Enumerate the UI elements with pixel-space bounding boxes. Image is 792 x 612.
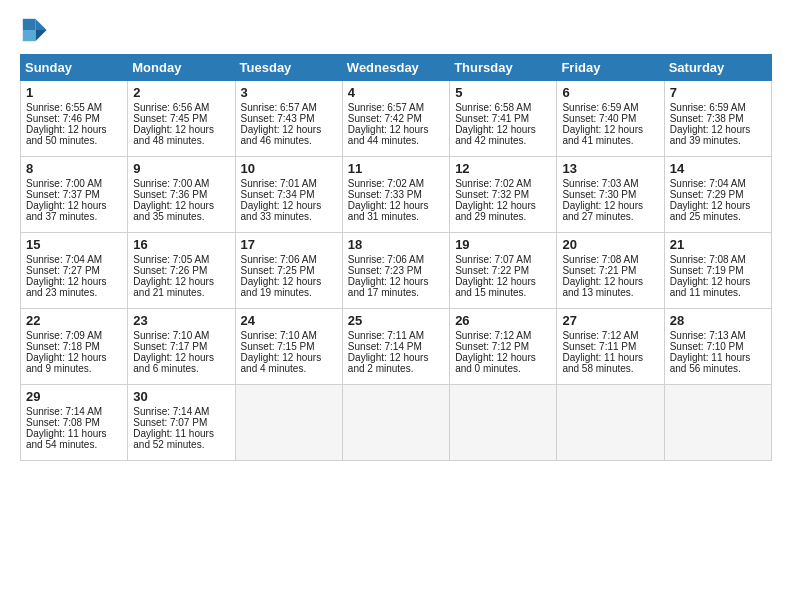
day-info-line: Daylight: 12 hours	[133, 276, 229, 287]
day-info-line: and 13 minutes.	[562, 287, 658, 298]
day-number: 12	[455, 161, 551, 176]
svg-marker-0	[35, 19, 46, 30]
day-info-line: Sunrise: 7:05 AM	[133, 254, 229, 265]
day-info-line: Daylight: 11 hours	[670, 352, 766, 363]
col-header-wednesday: Wednesday	[342, 55, 449, 81]
page: SundayMondayTuesdayWednesdayThursdayFrid…	[0, 0, 792, 473]
day-cell: 7Sunrise: 6:59 AMSunset: 7:38 PMDaylight…	[664, 81, 771, 157]
day-info-line: Daylight: 12 hours	[133, 124, 229, 135]
day-info-line: Daylight: 11 hours	[133, 428, 229, 439]
day-info-line: Sunset: 7:08 PM	[26, 417, 122, 428]
day-info-line: Daylight: 12 hours	[455, 200, 551, 211]
week-row-4: 22Sunrise: 7:09 AMSunset: 7:18 PMDayligh…	[21, 309, 772, 385]
day-cell: 29Sunrise: 7:14 AMSunset: 7:08 PMDayligh…	[21, 385, 128, 461]
day-cell: 11Sunrise: 7:02 AMSunset: 7:33 PMDayligh…	[342, 157, 449, 233]
day-cell	[557, 385, 664, 461]
day-info-line: and 31 minutes.	[348, 211, 444, 222]
day-info-line: Daylight: 12 hours	[26, 124, 122, 135]
day-info-line: and 25 minutes.	[670, 211, 766, 222]
day-info-line: Daylight: 12 hours	[133, 200, 229, 211]
day-info-line: Sunrise: 7:10 AM	[133, 330, 229, 341]
week-row-1: 1Sunrise: 6:55 AMSunset: 7:46 PMDaylight…	[21, 81, 772, 157]
day-info-line: and 39 minutes.	[670, 135, 766, 146]
day-info-line: Daylight: 12 hours	[670, 124, 766, 135]
day-info-line: Sunset: 7:26 PM	[133, 265, 229, 276]
day-info-line: Sunrise: 7:14 AM	[133, 406, 229, 417]
day-info-line: and 50 minutes.	[26, 135, 122, 146]
day-info-line: Sunrise: 7:06 AM	[241, 254, 337, 265]
day-info-line: Daylight: 11 hours	[562, 352, 658, 363]
day-number: 16	[133, 237, 229, 252]
col-header-friday: Friday	[557, 55, 664, 81]
day-info-line: Sunrise: 7:13 AM	[670, 330, 766, 341]
day-cell	[235, 385, 342, 461]
day-info-line: Daylight: 12 hours	[241, 352, 337, 363]
day-cell: 26Sunrise: 7:12 AMSunset: 7:12 PMDayligh…	[450, 309, 557, 385]
day-info-line: and 35 minutes.	[133, 211, 229, 222]
day-info-line: Sunset: 7:32 PM	[455, 189, 551, 200]
day-info-line: Sunset: 7:41 PM	[455, 113, 551, 124]
col-header-thursday: Thursday	[450, 55, 557, 81]
day-info-line: Sunset: 7:14 PM	[348, 341, 444, 352]
day-info-line: and 56 minutes.	[670, 363, 766, 374]
day-cell: 3Sunrise: 6:57 AMSunset: 7:43 PMDaylight…	[235, 81, 342, 157]
day-info-line: Sunset: 7:38 PM	[670, 113, 766, 124]
day-info-line: Daylight: 11 hours	[26, 428, 122, 439]
day-cell: 14Sunrise: 7:04 AMSunset: 7:29 PMDayligh…	[664, 157, 771, 233]
day-info-line: Sunset: 7:42 PM	[348, 113, 444, 124]
day-cell: 15Sunrise: 7:04 AMSunset: 7:27 PMDayligh…	[21, 233, 128, 309]
day-number: 27	[562, 313, 658, 328]
day-number: 19	[455, 237, 551, 252]
day-cell: 22Sunrise: 7:09 AMSunset: 7:18 PMDayligh…	[21, 309, 128, 385]
day-info-line: Sunset: 7:36 PM	[133, 189, 229, 200]
day-number: 7	[670, 85, 766, 100]
day-number: 2	[133, 85, 229, 100]
day-info-line: Sunrise: 6:55 AM	[26, 102, 122, 113]
day-info-line: Sunset: 7:33 PM	[348, 189, 444, 200]
day-cell: 20Sunrise: 7:08 AMSunset: 7:21 PMDayligh…	[557, 233, 664, 309]
day-info-line: Sunset: 7:43 PM	[241, 113, 337, 124]
day-cell: 28Sunrise: 7:13 AMSunset: 7:10 PMDayligh…	[664, 309, 771, 385]
day-info-line: and 0 minutes.	[455, 363, 551, 374]
day-cell: 21Sunrise: 7:08 AMSunset: 7:19 PMDayligh…	[664, 233, 771, 309]
day-info-line: Sunrise: 7:11 AM	[348, 330, 444, 341]
col-header-monday: Monday	[128, 55, 235, 81]
day-info-line: and 23 minutes.	[26, 287, 122, 298]
day-info-line: Daylight: 12 hours	[348, 124, 444, 135]
day-number: 21	[670, 237, 766, 252]
day-number: 9	[133, 161, 229, 176]
col-header-sunday: Sunday	[21, 55, 128, 81]
day-info-line: Sunset: 7:11 PM	[562, 341, 658, 352]
day-info-line: Daylight: 12 hours	[241, 124, 337, 135]
day-cell: 13Sunrise: 7:03 AMSunset: 7:30 PMDayligh…	[557, 157, 664, 233]
logo	[20, 16, 52, 44]
day-number: 8	[26, 161, 122, 176]
day-number: 20	[562, 237, 658, 252]
day-cell: 12Sunrise: 7:02 AMSunset: 7:32 PMDayligh…	[450, 157, 557, 233]
day-cell: 24Sunrise: 7:10 AMSunset: 7:15 PMDayligh…	[235, 309, 342, 385]
day-info-line: Sunrise: 7:12 AM	[455, 330, 551, 341]
day-info-line: Sunrise: 7:04 AM	[670, 178, 766, 189]
day-info-line: and 37 minutes.	[26, 211, 122, 222]
day-info-line: and 19 minutes.	[241, 287, 337, 298]
day-cell: 6Sunrise: 6:59 AMSunset: 7:40 PMDaylight…	[557, 81, 664, 157]
day-info-line: Daylight: 12 hours	[26, 276, 122, 287]
day-number: 11	[348, 161, 444, 176]
day-cell: 25Sunrise: 7:11 AMSunset: 7:14 PMDayligh…	[342, 309, 449, 385]
day-number: 13	[562, 161, 658, 176]
day-cell	[664, 385, 771, 461]
day-info-line: Sunset: 7:19 PM	[670, 265, 766, 276]
day-info-line: Sunrise: 7:09 AM	[26, 330, 122, 341]
day-info-line: and 52 minutes.	[133, 439, 229, 450]
day-info-line: Sunset: 7:18 PM	[26, 341, 122, 352]
day-info-line: Daylight: 12 hours	[455, 276, 551, 287]
day-info-line: Sunset: 7:23 PM	[348, 265, 444, 276]
day-info-line: Sunset: 7:21 PM	[562, 265, 658, 276]
day-info-line: Daylight: 12 hours	[455, 124, 551, 135]
day-info-line: and 21 minutes.	[133, 287, 229, 298]
day-info-line: Sunrise: 7:08 AM	[670, 254, 766, 265]
day-number: 23	[133, 313, 229, 328]
day-info-line: Sunrise: 7:07 AM	[455, 254, 551, 265]
day-number: 5	[455, 85, 551, 100]
day-cell: 18Sunrise: 7:06 AMSunset: 7:23 PMDayligh…	[342, 233, 449, 309]
